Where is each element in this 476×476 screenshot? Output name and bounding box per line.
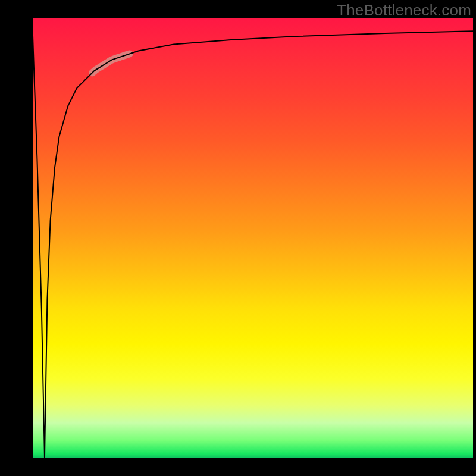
curve-svg [33,18,473,458]
chart-frame: TheBottleneck.com [0,0,476,476]
plot-area [33,18,473,458]
curve-highlight-segment [92,54,130,73]
watermark-text: TheBottleneck.com [337,1,471,20]
bottleneck-curve [33,31,473,458]
